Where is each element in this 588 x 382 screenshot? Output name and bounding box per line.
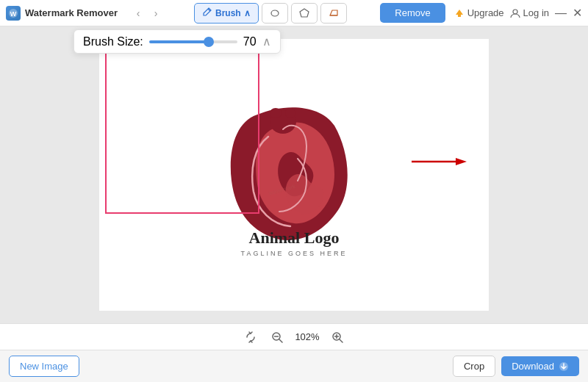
new-image-button[interactable]: New Image [9, 356, 79, 377]
svg-text:Animal Logo: Animal Logo [249, 228, 340, 247]
svg-text:W: W [10, 10, 17, 18]
download-icon [559, 361, 569, 372]
title-bar: W Watermark Remover ‹ › Brush ∧ [0, 0, 588, 26]
login-button[interactable]: Log in [510, 7, 549, 18]
rotate-button[interactable] [242, 328, 259, 346]
canvas-area: watermark Animal Logo TAGLINE GOES HERE [0, 26, 588, 323]
tool-group: Brush ∧ [194, 3, 347, 24]
arrow-indicator [408, 154, 467, 169]
app-icon: W [6, 6, 21, 21]
svg-marker-13 [456, 158, 467, 165]
user-icon [510, 8, 520, 18]
logo-container: watermark Animal Logo TAGLINE GOES HERE [213, 85, 375, 265]
brush-size-bar: Brush Size: 70 ∧ [74, 29, 281, 54]
download-button[interactable]: Download [501, 356, 579, 376]
nav-back-button[interactable]: ‹ [129, 4, 147, 22]
image-container: watermark Animal Logo TAGLINE GOES HERE [99, 39, 489, 311]
upgrade-label: Upgrade [467, 7, 504, 18]
erase-icon [329, 8, 339, 18]
brush-expand-icon: ∧ [244, 8, 251, 18]
svg-line-16 [279, 339, 282, 342]
brush-size-label: Brush Size: [83, 35, 143, 48]
login-label: Log in [523, 7, 549, 18]
svg-point-5 [513, 10, 517, 14]
remove-button[interactable]: Remove [380, 3, 445, 23]
polygon-tool-button[interactable] [291, 3, 318, 24]
nav-forward-button[interactable]: › [147, 4, 165, 22]
upgrade-button[interactable]: Upgrade [454, 7, 504, 18]
crop-button[interactable]: Crop [453, 356, 495, 377]
svg-text:TAGLINE GOES HERE: TAGLINE GOES HERE [241, 250, 348, 257]
zoom-in-button[interactable] [329, 328, 346, 346]
zoom-out-button[interactable] [268, 328, 286, 346]
lasso-icon [270, 8, 280, 18]
logo-svg: watermark Animal Logo TAGLINE GOES HERE [213, 85, 375, 265]
close-button[interactable]: ✕ [573, 6, 582, 20]
brush-icon [202, 7, 212, 19]
brush-size-slider[interactable] [149, 40, 237, 43]
app-title-text: Watermark Remover [25, 7, 118, 18]
erase-tool-button[interactable] [320, 3, 347, 24]
lasso-tool-button[interactable] [262, 3, 288, 24]
brush-label: Brush [215, 8, 241, 18]
polygon-icon [299, 8, 309, 18]
svg-point-2 [271, 10, 279, 16]
bottom-bar: New Image Crop Download [0, 350, 588, 382]
svg-point-7 [270, 108, 282, 118]
download-label: Download [512, 361, 554, 372]
minimize-button[interactable]: — [555, 6, 567, 20]
arrow-svg [408, 154, 467, 169]
brush-tool-button[interactable]: Brush ∧ [194, 3, 259, 24]
svg-point-8 [285, 108, 295, 118]
window-controls: — ✕ [555, 6, 582, 20]
status-bar: 102% [0, 323, 588, 350]
svg-line-20 [340, 339, 343, 342]
brush-size-value: 70 [243, 35, 257, 48]
zoom-level-text: 102% [295, 331, 319, 342]
svg-marker-4 [456, 10, 463, 17]
rotate-icon [245, 331, 257, 343]
zoom-in-icon [331, 331, 343, 343]
brush-size-expand[interactable]: ∧ [262, 35, 271, 48]
zoom-out-icon [271, 331, 283, 343]
upgrade-icon [454, 8, 465, 18]
